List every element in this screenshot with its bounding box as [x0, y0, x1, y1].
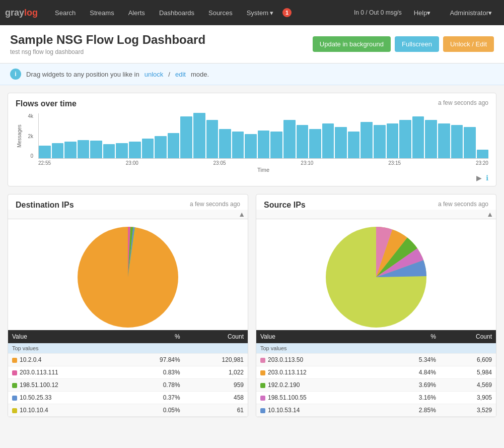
flows-over-time-widget: Flows over time a few seconds ago 4k 2k …	[8, 93, 496, 186]
widget-body: 4k 2k 0 Messages 22:55 23:00 23:05 23:10…	[8, 108, 496, 171]
bar	[322, 123, 334, 158]
bar	[193, 113, 205, 158]
bar	[168, 133, 180, 158]
src-pie-chart	[326, 227, 426, 328]
bar	[129, 142, 141, 158]
bar	[180, 116, 192, 158]
chevron-down-icon: ▾	[488, 9, 492, 17]
yaxis-label: Messages	[17, 124, 22, 148]
bar-chart-container: 4k 2k 0 Messages 22:55 23:00 23:05 23:10…	[16, 113, 488, 169]
bar	[425, 120, 437, 158]
bar	[64, 142, 77, 158]
dest-group-header: Top values	[8, 343, 248, 354]
bar	[258, 131, 270, 158]
nav-sources[interactable]: Sources	[201, 0, 240, 25]
src-group-header: Top values	[256, 343, 496, 354]
source-ips-widget: Source IPs a few seconds ago ▲	[256, 194, 496, 417]
info-icon: i	[10, 69, 21, 80]
bar	[297, 125, 309, 158]
bar	[155, 136, 167, 158]
dest-table: Value % Count Top values 10.2.0.497.84%1…	[8, 330, 248, 417]
widgets-row: Destination IPs a few seconds ago ▲	[8, 194, 496, 417]
bar	[335, 127, 347, 158]
xlabel: Time	[38, 167, 488, 173]
nav-alerts[interactable]: Alerts	[121, 0, 152, 25]
logo-text: graylog	[5, 8, 38, 18]
dest-widget-time: a few seconds ago	[190, 201, 240, 208]
bar	[219, 129, 231, 158]
update-background-button[interactable]: Update in background	[313, 36, 391, 52]
msgs-label: In 0 / Out 0 msg/s	[354, 9, 402, 16]
dest-widget-title: Destination IPs	[16, 201, 74, 210]
src-col-pct: %	[382, 330, 440, 343]
chevron-down-icon: ▾	[427, 9, 430, 17]
nav-dashboards[interactable]: Dashboards	[152, 0, 201, 25]
bar	[232, 132, 244, 158]
page-subtitle: test nsg flow log dashboard	[10, 48, 205, 55]
main-content: Flows over time a few seconds ago 4k 2k …	[0, 85, 504, 425]
nav-items: Search Streams Alerts Dashboards Sources…	[48, 0, 354, 25]
bar	[451, 125, 463, 158]
yaxis: 4k 2k 0 Messages	[16, 113, 36, 159]
bar	[39, 146, 51, 158]
nav-right: In 0 / Out 0 msg/s Help ▾ Administrator …	[354, 0, 499, 25]
bar	[283, 120, 296, 158]
nav-search[interactable]: Search	[48, 0, 83, 25]
bar	[399, 120, 411, 158]
unlock-edit-button[interactable]: Unlock / Edit	[443, 36, 494, 52]
xaxis: 22:55 23:00 23:05 23:10 23:15 23:20	[38, 159, 488, 166]
bar	[103, 144, 115, 158]
src-scroll-up-icon[interactable]: ▲	[486, 211, 493, 218]
src-pie-container	[256, 219, 496, 330]
dest-col-value: Value	[8, 330, 123, 343]
nav-admin[interactable]: Administrator ▾	[443, 0, 499, 25]
bar	[245, 134, 257, 158]
src-col-value: Value	[256, 330, 382, 343]
fullscreen-button[interactable]: Fullscreen	[395, 36, 439, 52]
widget-footer: ▶ ℹ	[8, 171, 496, 186]
src-widget-title: Source IPs	[264, 201, 306, 210]
src-col-count: Count	[440, 330, 496, 343]
dest-pie-container	[8, 219, 248, 330]
table-row: 192.0.2.1903.69%4,569	[256, 379, 496, 392]
table-row: 10.2.0.497.84%120,981	[8, 354, 248, 366]
nav-streams[interactable]: Streams	[83, 0, 121, 25]
widget-header: Flows over time a few seconds ago	[8, 93, 496, 108]
destination-ips-widget: Destination IPs a few seconds ago ▲	[8, 194, 248, 417]
bar	[142, 139, 154, 158]
edit-link[interactable]: edit	[175, 71, 186, 78]
dest-col-pct: %	[123, 330, 184, 343]
table-row: 10.10.10.40.05%61	[8, 404, 248, 417]
scroll-indicator: ▲	[8, 210, 248, 219]
bar-chart-area	[38, 113, 488, 159]
dest-widget-header: Destination IPs a few seconds ago	[8, 195, 248, 210]
bar	[464, 127, 476, 158]
scroll-up-icon[interactable]: ▲	[238, 211, 245, 218]
page-title: Sample NSG Flow Log Dashboard	[10, 33, 205, 47]
bar	[477, 150, 489, 158]
table-row: 203.0.113.1124.84%5,984	[256, 366, 496, 379]
src-widget-time: a few seconds ago	[438, 201, 488, 208]
nav-help[interactable]: Help ▾	[407, 0, 438, 25]
info-separator: /	[168, 71, 170, 78]
title-area: Sample NSG Flow Log Dashboard test nsg f…	[10, 33, 205, 55]
dest-pie-chart	[78, 227, 178, 328]
src-widget-header: Source IPs a few seconds ago	[256, 195, 496, 210]
info-circle-icon[interactable]: ℹ	[486, 174, 488, 182]
info-text2: mode.	[191, 71, 209, 78]
bar	[387, 123, 399, 158]
bar	[52, 143, 64, 158]
play-icon[interactable]: ▶	[476, 174, 482, 182]
src-table-scroll[interactable]: Value % Count Top values 203.0.113.505.3…	[256, 330, 496, 417]
src-table: Value % Count Top values 203.0.113.505.3…	[256, 330, 496, 417]
nav-system[interactable]: System ▾	[240, 0, 280, 25]
bar	[438, 123, 450, 158]
bar	[116, 143, 128, 158]
table-row: 198.51.100.120.78%959	[8, 379, 248, 392]
table-row: 198.51.100.553.16%3,905	[256, 392, 496, 404]
unlock-link[interactable]: unlock	[145, 71, 164, 78]
bar	[412, 116, 424, 158]
logo: graylog	[5, 8, 38, 18]
navbar: graylog Search Streams Alerts Dashboards…	[0, 0, 504, 25]
dest-table-scroll[interactable]: Value % Count Top values 10.2.0.497.84%1…	[8, 330, 248, 417]
